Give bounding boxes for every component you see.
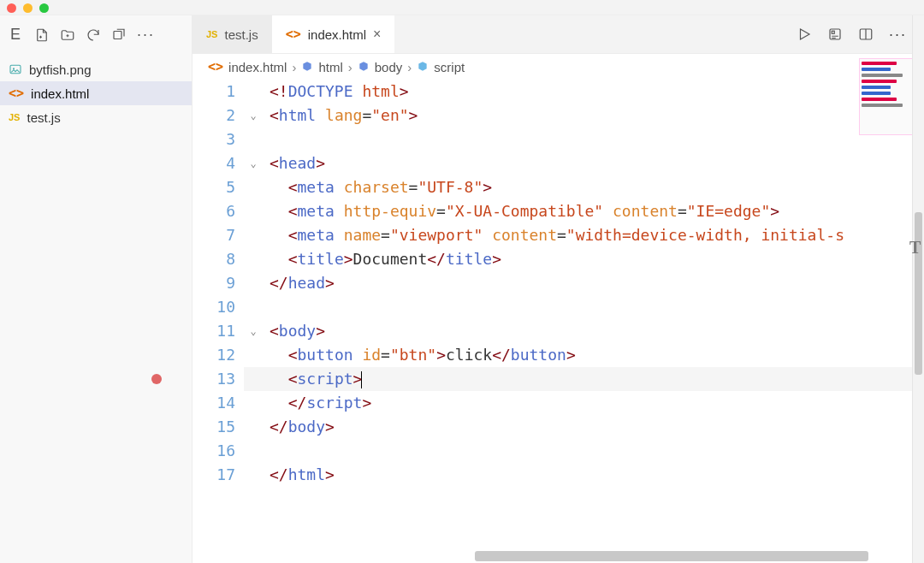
image-file-icon [9,62,22,76]
js-file-icon: JS [9,112,20,122]
editor-area: JS test.js <> index.html × ··· [192,15,924,563]
tab-label: index.html [308,27,366,42]
sidebar: E ··· bytfish.png <> index.html [0,15,192,563]
cube-icon [358,61,370,73]
html-file-icon: <> [9,86,24,101]
cube-icon [417,61,429,73]
cube-icon [301,61,313,73]
tab-test-js[interactable]: JS test.js [192,15,272,53]
file-item-image[interactable]: bytfish.png [0,57,192,81]
new-file-icon[interactable] [34,27,50,43]
new-folder-icon[interactable] [60,27,75,43]
file-explorer: bytfish.png <> index.html JS test.js [0,54,192,129]
text-cursor-indicator: T [909,238,921,258]
tab-index-html[interactable]: <> index.html × [272,15,395,53]
js-file-icon: JS [206,29,217,39]
breadcrumb-item[interactable]: html [301,60,342,74]
tab-label: test.js [224,27,258,42]
svg-rect-4 [832,31,834,33]
explorer-badge: E [7,26,24,44]
breadcrumb-label: body [375,60,403,74]
editor-more-icon[interactable]: ··· [889,26,907,44]
refresh-icon[interactable] [86,27,101,43]
split-editor-icon[interactable] [858,27,874,42]
line-number-gutter: 1234 5678 9101112 13 14151617 [192,80,244,563]
file-item-js[interactable]: JS test.js [0,105,192,129]
code-body[interactable]: <!DOCTYPE html> <html lang="en"> <head> … [244,80,924,563]
file-item-html[interactable]: <> index.html [0,81,192,105]
titlebar [0,0,924,15]
maximize-window-button[interactable] [39,3,49,13]
horizontal-scrollbar[interactable] [261,549,907,563]
vertical-scrollbar[interactable]: T [912,15,924,563]
collapse-icon[interactable] [111,27,127,43]
code-editor[interactable]: 1234 5678 9101112 13 14151617 ⌄ ⌄ ⌄ ⌄ <!… [192,80,924,563]
chevron-right-icon: › [348,60,352,74]
sidebar-toolbar: E ··· [0,15,192,54]
breadcrumb-label: index.html [228,60,287,74]
breakpoint-icon[interactable] [151,374,162,384]
breadcrumb: <> index.html › html › body › script [192,54,924,80]
window-controls [7,3,49,13]
sidebar-more-icon[interactable]: ··· [137,26,155,44]
html-file-icon: <> [286,27,301,42]
preview-icon[interactable] [827,27,843,42]
minimize-window-button[interactable] [23,3,33,13]
breadcrumb-item[interactable]: script [417,60,465,74]
html-file-icon: <> [208,59,223,74]
file-label: index.html [31,86,89,101]
breadcrumb-label: script [434,60,465,74]
run-icon[interactable] [797,27,812,42]
tab-bar: JS test.js <> index.html × ··· [192,15,924,54]
breadcrumb-item[interactable]: <> index.html [208,59,287,74]
scrollbar-thumb[interactable] [475,551,868,561]
file-label: bytfish.png [29,62,92,77]
svg-rect-0 [114,31,121,39]
file-label: test.js [27,110,60,125]
editor-toolbar: ··· [797,26,924,44]
breadcrumb-item[interactable]: body [358,60,403,74]
chevron-right-icon: › [292,60,296,74]
chevron-right-icon: › [407,60,412,74]
scrollbar-thumb[interactable] [915,212,922,375]
close-tab-icon[interactable]: × [373,27,381,42]
close-window-button[interactable] [7,3,16,13]
breadcrumb-label: html [318,60,342,74]
